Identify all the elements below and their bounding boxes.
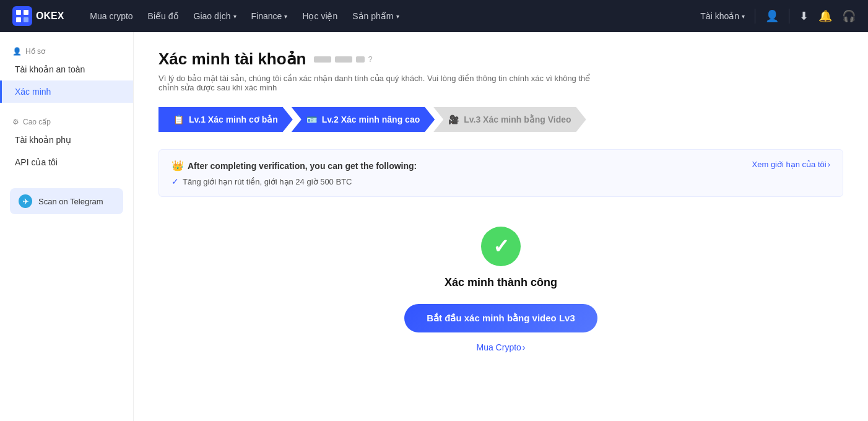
svg-rect-2 bbox=[24, 10, 28, 15]
svg-rect-0 bbox=[12, 6, 32, 26]
nav-giao-dich[interactable]: Giao dịch ▾ bbox=[188, 7, 243, 25]
logo[interactable]: OKEX bbox=[12, 6, 64, 26]
check-icon: ✓ bbox=[171, 176, 179, 186]
view-limits-link[interactable]: Xem giới hạn của tôi › bbox=[752, 160, 830, 169]
main-content: Xác minh tài khoản ? Vì lý do bảo mật tà… bbox=[134, 32, 868, 421]
svg-rect-3 bbox=[16, 17, 21, 22]
nav-finance[interactable]: Finance ▾ bbox=[245, 7, 294, 25]
step-1-icon: 📋 bbox=[173, 115, 184, 124]
navbar-right: Tài khoản ▾ 👤 ⬇ 🔔 🎧 bbox=[700, 9, 856, 24]
start-video-verification-button[interactable]: Bắt đầu xác minh bằng video Lv3 bbox=[404, 304, 597, 332]
page-header: Xác minh tài khoản ? bbox=[158, 50, 843, 69]
step-2-icon: 🪪 bbox=[306, 115, 317, 124]
buy-crypto-link[interactable]: Mua Crypto › bbox=[476, 342, 525, 352]
bell-icon[interactable]: 🔔 bbox=[818, 9, 832, 23]
account-menu[interactable]: Tài khoản ▾ bbox=[700, 11, 745, 21]
question-mark: ? bbox=[368, 54, 373, 64]
logo-text: OKEX bbox=[36, 11, 64, 22]
step-3-icon: 🎥 bbox=[448, 115, 459, 124]
svg-rect-1 bbox=[16, 10, 21, 15]
sidebar: 👤 Hồ sơ Tài khoản an toàn Xác minh ⚙ Cao… bbox=[0, 32, 134, 421]
divider bbox=[789, 9, 789, 24]
step-3-button[interactable]: 🎥 Lv.3 Xác minh bằng Video bbox=[433, 107, 586, 132]
sidebar-section-advanced: ⚙ Cao cấp bbox=[0, 113, 133, 129]
user-icon[interactable]: 👤 bbox=[765, 9, 779, 23]
page-description: Vì lý do bảo mật tài sản, chúng tôi cần … bbox=[158, 74, 592, 92]
download-icon[interactable]: ⬇ bbox=[799, 9, 809, 23]
divider bbox=[755, 9, 755, 24]
nav-hoc-vien[interactable]: Học viện bbox=[296, 7, 344, 25]
telegram-scan-button[interactable]: ✈ Scan on Telegram bbox=[10, 188, 123, 214]
telegram-icon: ✈ bbox=[19, 194, 32, 208]
navbar: OKEX Mua crypto Biểu đồ Giao dịch ▾ Fina… bbox=[0, 0, 868, 32]
masked-block-2 bbox=[335, 56, 352, 63]
success-title: Xác minh thành công bbox=[445, 276, 557, 289]
verification-steps: 📋 Lv.1 Xác minh cơ bản 🪪 Lv.2 Xác minh n… bbox=[158, 107, 843, 132]
nav-mua-crypto[interactable]: Mua crypto bbox=[84, 7, 139, 25]
masked-block-1 bbox=[314, 56, 331, 63]
benefit-box: 👑 After completing verification, you can… bbox=[158, 149, 843, 197]
chevron-down-icon: ▾ bbox=[396, 13, 399, 20]
chevron-down-icon: ▾ bbox=[742, 13, 745, 20]
chevron-down-icon: ▾ bbox=[284, 13, 287, 20]
sidebar-item-sub-account[interactable]: Tài khoản phụ bbox=[0, 129, 133, 151]
checkmark-icon: ✓ bbox=[493, 235, 510, 258]
nav-bieu-do[interactable]: Biểu đồ bbox=[142, 7, 185, 25]
gear-icon: ⚙ bbox=[12, 118, 19, 126]
sidebar-item-verification[interactable]: Xác minh bbox=[0, 80, 133, 103]
sidebar-item-account-security[interactable]: Tài khoản an toàn bbox=[0, 58, 133, 80]
masked-block-3 bbox=[356, 56, 365, 63]
sidebar-section-profile: 👤 Hồ sơ bbox=[0, 42, 133, 58]
step-1-button[interactable]: 📋 Lv.1 Xác minh cơ bản bbox=[158, 107, 293, 132]
success-circle: ✓ bbox=[481, 227, 521, 266]
page-title: Xác minh tài khoản bbox=[158, 50, 306, 69]
benefit-item-1: ✓ Tăng giới hạn rút tiền, giới hạn 24 gi… bbox=[171, 176, 830, 186]
chevron-down-icon: ▾ bbox=[233, 13, 237, 20]
sidebar-item-api[interactable]: API của tôi bbox=[0, 151, 133, 173]
crown-icon: 👑 bbox=[171, 160, 184, 171]
nav-san-pham[interactable]: Sản phẩm ▾ bbox=[346, 7, 405, 25]
headset-icon[interactable]: 🎧 bbox=[842, 9, 856, 23]
svg-rect-4 bbox=[24, 17, 28, 22]
user-icon: 👤 bbox=[12, 47, 22, 56]
chevron-right-icon: › bbox=[828, 160, 830, 169]
main-layout: 👤 Hồ sơ Tài khoản an toàn Xác minh ⚙ Cao… bbox=[0, 32, 868, 421]
step-2-button[interactable]: 🪪 Lv.2 Xác minh nâng cao bbox=[292, 107, 435, 132]
chevron-right-icon: › bbox=[523, 342, 526, 352]
masked-id: ? bbox=[314, 54, 373, 64]
benefit-title: 👑 After completing verification, you can… bbox=[171, 160, 830, 171]
nav-items: Mua crypto Biểu đồ Giao dịch ▾ Finance ▾… bbox=[84, 7, 685, 25]
success-section: ✓ Xác minh thành công Bắt đầu xác minh b… bbox=[158, 217, 843, 372]
